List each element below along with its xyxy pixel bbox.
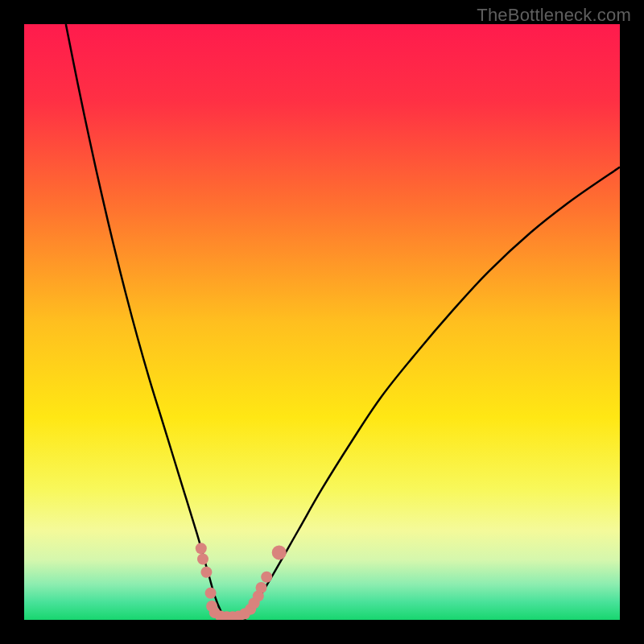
chart-frame: TheBottleneck.com: [0, 0, 644, 644]
data-marker: [261, 572, 272, 583]
chart-plot-area: [24, 24, 620, 620]
data-marker: [196, 543, 207, 554]
watermark-text: TheBottleneck.com: [477, 5, 631, 26]
data-marker: [200, 567, 212, 578]
chart-background-gradient: [24, 24, 620, 620]
data-marker: [256, 582, 267, 593]
data-marker: [272, 545, 287, 559]
data-marker: [205, 588, 217, 599]
chart-svg: [24, 24, 620, 620]
data-marker: [197, 554, 208, 565]
